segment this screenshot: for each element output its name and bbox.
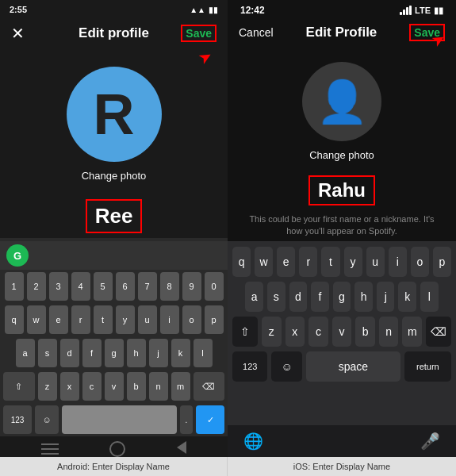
lte-label: LTE: [415, 6, 431, 15]
key-delete[interactable]: ⌫: [194, 372, 225, 401]
key-e[interactable]: e: [49, 305, 68, 334]
key-q[interactable]: q: [5, 305, 24, 334]
key-l[interactable]: l: [194, 339, 213, 367]
ios-key-e[interactable]: e: [277, 247, 295, 277]
ios-key-o[interactable]: o: [411, 247, 429, 277]
ios-key-k[interactable]: k: [398, 282, 416, 312]
keyboard-row-qwerty: q w e r t y u i o p: [0, 303, 228, 336]
ios-key-n[interactable]: n: [379, 317, 399, 347]
ios-key-shift[interactable]: ⇧: [232, 317, 258, 347]
key-8[interactable]: 8: [160, 272, 179, 301]
android-change-photo[interactable]: Change photo: [82, 170, 147, 182]
android-nav-home[interactable]: [109, 441, 125, 457]
key-y[interactable]: y: [116, 305, 135, 334]
ios-key-emoji[interactable]: ☺: [271, 351, 302, 382]
ios-key-w[interactable]: w: [255, 247, 273, 277]
ios-cancel-button[interactable]: Cancel: [239, 26, 274, 39]
android-avatar-section: R Change photo: [0, 51, 228, 190]
ios-key-q[interactable]: q: [232, 247, 251, 277]
key-5[interactable]: 5: [94, 272, 113, 301]
ios-key-b[interactable]: b: [355, 317, 375, 347]
ios-key-l[interactable]: l: [420, 282, 439, 312]
ios-keyboard-row-bottom: 123 ☺ space return: [228, 349, 456, 384]
ios-time: 12:42: [240, 5, 265, 16]
key-u[interactable]: u: [138, 305, 157, 334]
key-emoji[interactable]: ☺: [35, 405, 59, 434]
key-x[interactable]: x: [60, 372, 79, 401]
caption-bar: Android: Enter Display Name iOS: Enter D…: [0, 457, 456, 476]
ios-key-r[interactable]: r: [299, 247, 317, 277]
close-icon[interactable]: ✕: [11, 24, 25, 43]
grammarly-icon[interactable]: G: [6, 244, 29, 267]
key-t[interactable]: t: [94, 305, 113, 334]
ios-key-return[interactable]: return: [404, 351, 451, 382]
key-s[interactable]: s: [38, 339, 57, 367]
key-d[interactable]: d: [60, 339, 79, 367]
key-i[interactable]: i: [160, 305, 179, 334]
key-123[interactable]: 123: [3, 405, 32, 434]
ios-key-delete[interactable]: ⌫: [426, 317, 451, 347]
key-0[interactable]: 0: [205, 272, 224, 301]
ios-key-u[interactable]: u: [366, 247, 385, 277]
ios-key-v[interactable]: v: [332, 317, 352, 347]
ios-key-p[interactable]: p: [433, 247, 451, 277]
ios-key-y[interactable]: y: [344, 247, 362, 277]
key-1[interactable]: 1: [5, 272, 24, 301]
ios-key-a[interactable]: a: [245, 282, 263, 312]
key-period[interactable]: .: [180, 405, 193, 434]
key-c[interactable]: c: [82, 372, 102, 401]
key-z[interactable]: z: [38, 372, 57, 401]
android-avatar[interactable]: R: [67, 67, 162, 162]
key-g[interactable]: g: [105, 339, 124, 367]
ios-key-c[interactable]: c: [308, 317, 328, 347]
key-w[interactable]: w: [27, 305, 46, 334]
ios-key-j[interactable]: j: [377, 282, 395, 312]
ios-header-title: Edit Profile: [306, 25, 377, 40]
android-name-field[interactable]: Ree: [86, 199, 143, 233]
key-b[interactable]: b: [127, 372, 146, 401]
key-k[interactable]: k: [171, 339, 190, 367]
ios-key-z[interactable]: z: [262, 317, 282, 347]
key-space[interactable]: [62, 405, 177, 434]
android-status-icons: ▲▲ ▮▮: [190, 6, 218, 14]
key-2[interactable]: 2: [27, 272, 46, 301]
key-n[interactable]: n: [149, 372, 168, 401]
globe-icon[interactable]: 🌐: [243, 432, 263, 451]
ios-name-field[interactable]: Rahu: [308, 175, 375, 205]
key-enter[interactable]: ✓: [196, 405, 224, 434]
ios-key-s[interactable]: s: [267, 282, 285, 312]
ios-key-123[interactable]: 123: [232, 351, 267, 382]
ios-key-x[interactable]: x: [285, 317, 305, 347]
key-j[interactable]: j: [149, 339, 168, 367]
android-nav-back[interactable]: [177, 441, 186, 454]
key-m[interactable]: m: [171, 372, 190, 401]
key-3[interactable]: 3: [49, 272, 68, 301]
key-h[interactable]: h: [127, 339, 146, 367]
key-9[interactable]: 9: [182, 272, 201, 301]
key-r[interactable]: r: [71, 305, 90, 334]
key-v[interactable]: v: [105, 372, 124, 401]
ios-key-i[interactable]: i: [389, 247, 407, 277]
ios-key-h[interactable]: h: [354, 282, 373, 312]
microphone-icon[interactable]: 🎤: [420, 432, 440, 451]
key-o[interactable]: o: [182, 305, 201, 334]
ios-key-space[interactable]: space: [306, 351, 400, 382]
key-6[interactable]: 6: [116, 272, 135, 301]
android-status-bar: 2:55 ▲▲ ▮▮: [0, 0, 228, 17]
key-a[interactable]: a: [16, 339, 35, 367]
android-nav-menu3: [41, 453, 59, 455]
ios-change-photo[interactable]: Change photo: [309, 149, 374, 161]
key-p[interactable]: p: [205, 305, 224, 334]
ios-key-g[interactable]: g: [333, 282, 351, 312]
ios-key-f[interactable]: f: [311, 282, 329, 312]
key-4[interactable]: 4: [71, 272, 90, 301]
ios-avatar[interactable]: 👤: [302, 62, 381, 141]
android-save-button[interactable]: Save: [181, 25, 217, 42]
key-f[interactable]: f: [82, 339, 102, 367]
ios-key-m[interactable]: m: [402, 317, 422, 347]
key-7[interactable]: 7: [138, 272, 157, 301]
android-name-value: Ree: [95, 204, 133, 228]
ios-key-d[interactable]: d: [289, 282, 308, 312]
key-shift[interactable]: ⇧: [3, 372, 35, 401]
ios-key-t[interactable]: t: [321, 247, 339, 277]
